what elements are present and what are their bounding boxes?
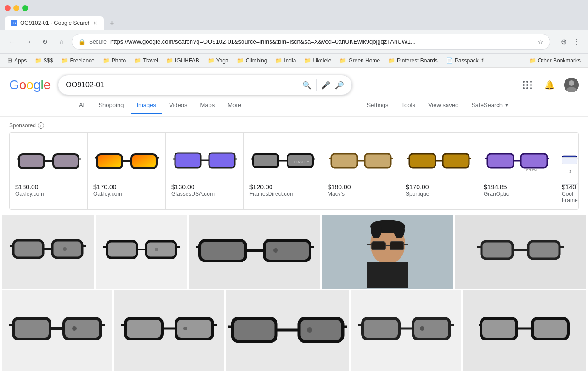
svg-rect-55: [264, 240, 310, 261]
svg-rect-4: [53, 154, 79, 168]
home-button[interactable]: ⌂: [55, 35, 68, 48]
product-card-0[interactable]: $180.00 Oakley.com: [10, 133, 88, 209]
bookmark-money[interactable]: 📁 $$$: [31, 57, 57, 65]
svg-rect-95: [413, 318, 450, 339]
search-input[interactable]: [66, 81, 297, 89]
nav-maps-label: Maps: [200, 102, 215, 108]
svg-point-1: [569, 80, 574, 86]
product-carousel: $180.00 Oakley.com: [9, 132, 579, 210]
search-submit-icon[interactable]: 🔎: [335, 81, 344, 90]
bookmark-passpack[interactable]: 📄 Passpack It!: [442, 57, 488, 65]
nav-videos-label: Videos: [169, 102, 187, 108]
nav-view-saved[interactable]: View saved: [423, 97, 464, 114]
nav-settings[interactable]: Settings: [362, 97, 394, 114]
product-card-6[interactable]: PRIZM $194.85 GranOptic: [478, 133, 556, 209]
svg-point-47: [63, 247, 67, 251]
extension-button-1[interactable]: ⊕: [558, 36, 570, 48]
bookmark-green-home[interactable]: 📁 Green Home: [336, 57, 384, 65]
svg-point-53: [155, 248, 158, 251]
svg-rect-42: [13, 240, 43, 258]
bookmark-star-icon[interactable]: ☆: [537, 38, 543, 45]
image-cell[interactable]: [351, 290, 461, 371]
image-cell[interactable]: [226, 290, 349, 371]
bookmark-apps[interactable]: ⊞ Apps: [4, 56, 30, 65]
product-image-3: OAKLEY: [249, 138, 316, 180]
image-cell-person[interactable]: [322, 215, 453, 289]
image-cell[interactable]: [96, 215, 187, 289]
folder-icon: 📁: [35, 57, 42, 64]
nav-tools[interactable]: Tools: [396, 97, 421, 114]
image-cell[interactable]: [114, 290, 224, 371]
nav-safe-search[interactable]: SafeSearch ▼: [466, 97, 514, 114]
bookmark-climbing[interactable]: 📁 Climbing: [233, 57, 271, 65]
bookmark-freelance[interactable]: 📁 Freelance: [57, 57, 98, 65]
product-card-3[interactable]: OAKLEY $120.00 FramesDirect.com: [244, 133, 322, 209]
product-image-2: [171, 138, 238, 180]
sponsored-info-icon[interactable]: i: [38, 122, 44, 129]
nav-tools-label: Tools: [401, 102, 415, 108]
active-tab[interactable]: G OO9102-01 - Google Search ×: [5, 16, 104, 30]
bookmark-iguhfab[interactable]: 📁 IGUHFAB: [163, 57, 203, 65]
product-image-5: [406, 138, 472, 180]
tab-close-button[interactable]: ×: [93, 19, 97, 27]
tab-bar: G OO9102-01 - Google Search × +: [0, 16, 588, 30]
maximize-button[interactable]: [22, 5, 28, 11]
product-store-4: Macy's: [328, 191, 394, 197]
folder-icon: 📁: [388, 57, 395, 64]
product-card-5[interactable]: $170.00 Sportique: [400, 133, 478, 209]
bookmark-passpack-label: Passpack It!: [455, 57, 485, 64]
reload-button[interactable]: ↻: [39, 35, 51, 48]
product-store-5: Sportique: [406, 191, 472, 197]
close-button[interactable]: [5, 5, 11, 11]
image-cell[interactable]: [463, 290, 586, 371]
bookmark-photo[interactable]: 📁 Photo: [99, 57, 130, 65]
nav-images[interactable]: Images: [131, 97, 162, 114]
bookmark-yoga[interactable]: 📁 Yoga: [204, 57, 232, 65]
product-price-6: $194.85: [484, 183, 550, 191]
back-button[interactable]: ←: [6, 35, 18, 48]
product-card-4[interactable]: $180.00 Macy's: [322, 133, 400, 209]
address-bar[interactable]: 🔒 Secure https://www.google.com/search?q…: [72, 34, 550, 50]
svg-rect-29: [409, 154, 435, 168]
secure-label: Secure: [89, 39, 107, 45]
image-row-1: [2, 215, 586, 289]
svg-rect-62: [367, 262, 408, 288]
google-apps-button[interactable]: [520, 78, 535, 92]
search-bar[interactable]: 🔍 🎤 🔎: [58, 75, 352, 95]
product-card-2[interactable]: $130.00 GlassesUSA.com: [166, 133, 244, 209]
folder-icon: 📁: [339, 57, 346, 64]
minimize-button[interactable]: [13, 5, 19, 11]
settings-button[interactable]: ⋮: [571, 36, 582, 48]
carousel-next-button[interactable]: ›: [562, 157, 578, 185]
image-cell[interactable]: [189, 215, 320, 289]
bookmark-travel[interactable]: 📁 Travel: [130, 57, 162, 65]
nav-more[interactable]: More: [222, 97, 247, 114]
product-store-3: FramesDirect.com: [249, 191, 316, 197]
product-card-1[interactable]: $170.00 Oakley.com: [88, 133, 166, 209]
bookmark-ukelele[interactable]: 📁 Ukelele: [300, 57, 335, 65]
product-price-4: $180.00: [328, 183, 394, 191]
image-cell[interactable]: [455, 215, 586, 289]
svg-rect-76: [13, 318, 50, 339]
nav-videos[interactable]: Videos: [164, 97, 193, 114]
svg-rect-18: [253, 154, 278, 167]
svg-rect-66: [372, 242, 385, 250]
bookmark-other[interactable]: 📁 Other Bookmarks: [526, 57, 584, 65]
bookmark-ukelele-label: Ukelele: [313, 57, 331, 64]
new-tab-button[interactable]: +: [106, 17, 119, 30]
nav-all[interactable]: All: [74, 97, 91, 114]
voice-search-icon[interactable]: 🎤: [321, 81, 330, 90]
google-logo[interactable]: Google: [9, 78, 51, 92]
bookmark-apps-label: Apps: [14, 57, 27, 64]
nav-shopping[interactable]: Shopping: [93, 97, 129, 114]
image-cell[interactable]: [2, 290, 112, 371]
nav-maps[interactable]: Maps: [195, 97, 220, 114]
user-avatar[interactable]: [564, 78, 579, 92]
bookmark-india[interactable]: 📁 India: [271, 57, 300, 65]
forward-button[interactable]: →: [22, 35, 35, 48]
bookmark-pinterest[interactable]: 📁 Pinterest Boards: [384, 57, 441, 65]
image-cell[interactable]: [2, 215, 94, 289]
image-search-icon[interactable]: 🔍: [302, 81, 311, 90]
notifications-button[interactable]: 🔔: [542, 78, 557, 92]
product-price-2: $130.00: [171, 183, 238, 191]
